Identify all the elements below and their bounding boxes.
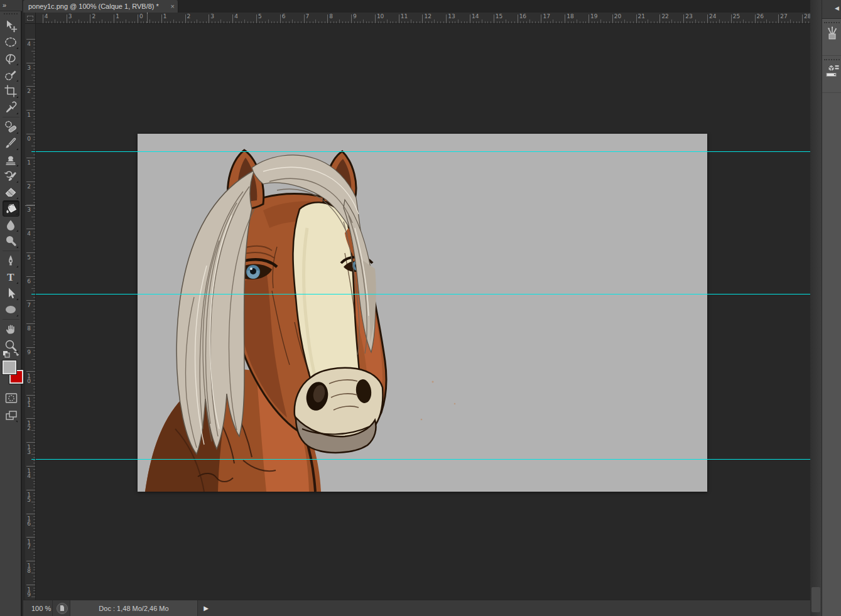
panel-grip-handle[interactable] [824, 22, 840, 23]
type-tool[interactable]: T [3, 269, 19, 285]
ruler-minor-tick [251, 21, 251, 23]
ruler-minor-tick [485, 21, 486, 23]
ruler-minor-tick [776, 21, 776, 23]
ruler-label: 6 [282, 13, 286, 19]
ruler-minor-tick [633, 21, 634, 23]
tool-group-divider [3, 319, 19, 320]
crop-tool[interactable] [3, 83, 19, 99]
lasso-tool[interactable] [3, 50, 19, 67]
status-bar: 100 % Doc : 1,48 Mo/2,46 Mo ▶ [23, 600, 810, 616]
ruler-minor-tick [33, 469, 35, 470]
ruler-minor-tick [33, 576, 35, 576]
ruler-minor-tick [179, 21, 180, 23]
ruler-minor-tick [33, 338, 35, 339]
dock-header[interactable]: ◀ [822, 0, 841, 19]
ruler-minor-tick [155, 21, 156, 23]
elliptical-marquee-tool[interactable] [3, 34, 19, 50]
ruler-minor-tick [645, 21, 646, 23]
paint-bucket-tool[interactable] [3, 200, 19, 217]
pony-artwork [138, 134, 707, 492]
document-view[interactable] [36, 24, 810, 600]
ruler-label: 1 8 [26, 563, 31, 573]
ruler-minor-tick [239, 21, 239, 23]
eraser-tool[interactable] [3, 184, 19, 200]
ruler-label: 17 [543, 13, 550, 19]
ruler-minor-tick [33, 436, 35, 437]
ruler-minor-tick [728, 21, 729, 23]
panel-button-brush-presets[interactable] [822, 19, 841, 56]
pen-tool[interactable] [3, 252, 19, 269]
toolbar-grip-handle[interactable] [4, 13, 18, 14]
ruler-minor-tick [33, 80, 35, 81]
ellipse-shape-tool[interactable] [3, 301, 19, 318]
ruler-minor-tick [33, 516, 35, 517]
screen-mode-button[interactable] [4, 408, 19, 423]
window-scrollbar-strip[interactable] [810, 0, 822, 616]
ruler-minor-tick [33, 475, 35, 475]
clone-stamp-tool[interactable] [3, 151, 19, 168]
history-brush-tool[interactable] [3, 168, 19, 184]
panel-grip-handle[interactable] [824, 59, 840, 60]
ruler-label: 11 [401, 13, 408, 19]
ruler-minor-tick [577, 19, 577, 23]
ruler-minor-tick [307, 21, 307, 23]
ruler-label: 25 [733, 13, 740, 19]
ruler-label: 7 [306, 13, 310, 19]
ruler-tick [256, 14, 257, 23]
ruler-minor-tick [33, 279, 35, 279]
move-tool[interactable] [3, 18, 19, 34]
default-and-swap-colors-icon[interactable] [3, 350, 20, 360]
document-size-info[interactable]: Doc : 1,48 Mo/2,46 Mo [70, 600, 198, 616]
tab-close-icon[interactable]: × [171, 0, 175, 13]
horizontal-ruler[interactable]: 4321012345678910111213141516171819202122… [36, 13, 810, 24]
ruler-minor-tick [33, 175, 35, 176]
healing-brush-tool[interactable] [3, 119, 19, 135]
ruler-minor-tick [176, 21, 176, 23]
ruler-minor-tick [33, 65, 35, 66]
tool-flyout-indicator [16, 315, 18, 316]
blur-tool[interactable] [3, 217, 19, 233]
horizontal-guide[interactable] [36, 459, 810, 460]
ruler-minor-tick [793, 21, 794, 23]
ruler-tick [26, 229, 35, 229]
ruler-minor-tick [31, 597, 35, 597]
path-selection-tool[interactable] [3, 285, 19, 301]
ruler-minor-tick [33, 149, 35, 149]
horizontal-guide[interactable] [36, 294, 810, 294]
canvas-image[interactable] [138, 134, 707, 492]
document-tab[interactable]: poney1c.png @ 100% (Calque 1, RVB/8) * × [23, 0, 178, 13]
ruler-minor-tick [236, 21, 236, 23]
quick-mask-mode-button[interactable] [4, 391, 19, 406]
ruler-label: 8 [26, 326, 31, 331]
ruler-minor-tick [170, 21, 171, 23]
eyedropper-tool[interactable] [3, 99, 19, 116]
horizontal-guide[interactable] [36, 151, 810, 152]
ruler-minor-tick [33, 440, 35, 440]
ruler-tick [26, 158, 35, 158]
ruler-label: 20 [614, 13, 621, 19]
ruler-minor-tick [33, 342, 35, 342]
ruler-minor-tick [514, 21, 515, 23]
ruler-minor-tick [132, 21, 133, 23]
hand-tool[interactable] [3, 321, 19, 337]
scrollbar-thumb[interactable] [811, 587, 820, 612]
ruler-minor-tick [244, 19, 245, 23]
ruler-origin-corner[interactable] [25, 13, 36, 24]
dodge-tool[interactable] [3, 233, 19, 249]
ruler-minor-tick [476, 21, 477, 23]
status-flyout-arrow-icon[interactable]: ▶ [200, 600, 212, 616]
ruler-minor-tick [511, 21, 512, 23]
foreground-color-swatch[interactable] [3, 360, 16, 374]
ruler-minor-tick [369, 21, 369, 23]
ruler-minor-tick [378, 21, 379, 23]
brush-tool[interactable] [3, 135, 19, 151]
ruler-minor-tick [33, 588, 35, 588]
toolbar-collapse-button[interactable]: » [0, 0, 22, 11]
vertical-ruler[interactable]: 432101234567891 01 11 21 31 41 51 61 71 … [25, 24, 36, 600]
ruler-minor-tick [31, 478, 35, 478]
ruler-minor-tick [33, 256, 35, 256]
quick-selection-tool[interactable] [3, 67, 19, 83]
panel-button-tool-presets[interactable] [822, 57, 841, 93]
ruler-minor-tick [93, 21, 94, 23]
ruler-minor-tick [33, 493, 35, 494]
